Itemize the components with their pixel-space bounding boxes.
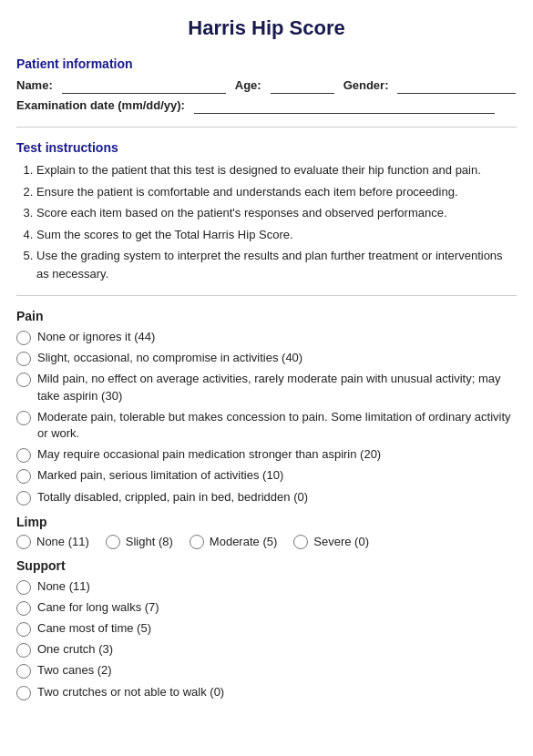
pain-option-6: Totally disabled, crippled, pain in bed,… bbox=[16, 489, 517, 506]
gender-label: Gender: bbox=[343, 78, 389, 92]
list-item: Explain to the patient that this test is… bbox=[36, 161, 517, 179]
support-label-3: One crutch (3) bbox=[37, 641, 113, 658]
gender-input[interactable] bbox=[397, 77, 516, 94]
pain-option-1: Slight, occasional, no compromise in act… bbox=[16, 350, 517, 366]
pain-section: Pain None or ignores it (44) Slight, occ… bbox=[16, 309, 517, 506]
support-radio-0[interactable] bbox=[16, 580, 31, 595]
test-instructions-section: Test instructions Explain to the patient… bbox=[16, 140, 517, 282]
limp-radio-0[interactable] bbox=[16, 535, 31, 549]
limp-label-0: None (11) bbox=[36, 535, 89, 548]
pain-label-0: None or ignores it (44) bbox=[37, 329, 155, 345]
age-label: Age: bbox=[235, 78, 261, 92]
divider-2 bbox=[16, 295, 517, 296]
pain-label-2: Mild pain, no effect on average activiti… bbox=[37, 371, 517, 404]
pain-radio-3[interactable] bbox=[16, 411, 31, 425]
support-radio-3[interactable] bbox=[16, 643, 31, 658]
support-option-2: Cane most of time (5) bbox=[16, 620, 517, 637]
date-input[interactable] bbox=[194, 97, 495, 114]
limp-radio-3[interactable] bbox=[293, 535, 308, 549]
limp-options-row: None (11) Slight (8) Moderate (5) Severe… bbox=[16, 535, 517, 549]
limp-option-1: Slight (8) bbox=[106, 535, 173, 549]
pain-radio-4[interactable] bbox=[16, 448, 31, 463]
support-option-4: Two canes (2) bbox=[16, 662, 517, 679]
patient-name-row: Name: Age: Gender: bbox=[16, 77, 517, 94]
pain-label-4: May require occasional pain medication s… bbox=[37, 446, 381, 463]
pain-option-0: None or ignores it (44) bbox=[16, 329, 517, 345]
limp-title: Limp bbox=[16, 515, 517, 529]
age-input[interactable] bbox=[271, 77, 334, 94]
support-option-3: One crutch (3) bbox=[16, 641, 517, 658]
limp-option-3: Severe (0) bbox=[293, 535, 369, 549]
support-option-0: None (11) bbox=[16, 578, 517, 595]
support-option-5: Two crutches or not able to walk (0) bbox=[16, 684, 517, 700]
limp-radio-1[interactable] bbox=[106, 535, 120, 549]
list-item: Sum the scores to get the Total Harris H… bbox=[36, 226, 517, 244]
support-option-1: Cane for long walks (7) bbox=[16, 599, 517, 616]
pain-radio-6[interactable] bbox=[16, 491, 31, 506]
limp-section: Limp None (11) Slight (8) Moderate (5) S… bbox=[16, 515, 517, 549]
divider-1 bbox=[16, 127, 517, 128]
pain-option-5: Marked pain, serious limitation of activ… bbox=[16, 467, 517, 484]
exam-date-row: Examination date (mm/dd/yy): bbox=[16, 97, 517, 114]
pain-label-3: Moderate pain, tolerable but makes conce… bbox=[37, 409, 517, 442]
test-instructions-title: Test instructions bbox=[16, 140, 517, 155]
support-radio-4[interactable] bbox=[16, 664, 31, 679]
list-item: Score each item based on the patient's r… bbox=[36, 204, 517, 222]
pain-radio-5[interactable] bbox=[16, 469, 31, 484]
support-section: Support None (11) Cane for long walks (7… bbox=[16, 558, 517, 700]
instructions-list: Explain to the patient that this test is… bbox=[16, 161, 517, 282]
list-item: Use the grading system to interpret the … bbox=[36, 247, 517, 282]
pain-option-2: Mild pain, no effect on average activiti… bbox=[16, 371, 517, 404]
limp-option-2: Moderate (5) bbox=[190, 535, 277, 549]
support-label-5: Two crutches or not able to walk (0) bbox=[37, 684, 224, 700]
support-title: Support bbox=[16, 558, 517, 573]
limp-label-1: Slight (8) bbox=[126, 535, 173, 548]
support-label-4: Two canes (2) bbox=[37, 662, 112, 679]
limp-option-0: None (11) bbox=[16, 535, 89, 549]
pain-radio-2[interactable] bbox=[16, 373, 31, 387]
limp-label-3: Severe (0) bbox=[313, 535, 369, 548]
pain-label-1: Slight, occasional, no compromise in act… bbox=[37, 350, 302, 366]
pain-radio-0[interactable] bbox=[16, 331, 31, 345]
support-radio-1[interactable] bbox=[16, 601, 31, 616]
pain-option-4: May require occasional pain medication s… bbox=[16, 446, 517, 463]
support-radio-2[interactable] bbox=[16, 622, 31, 637]
pain-label-5: Marked pain, serious limitation of activ… bbox=[37, 467, 283, 484]
limp-label-2: Moderate (5) bbox=[210, 535, 277, 548]
pain-label-6: Totally disabled, crippled, pain in bed,… bbox=[37, 489, 308, 506]
name-label: Name: bbox=[16, 78, 53, 92]
support-label-1: Cane for long walks (7) bbox=[37, 599, 159, 616]
pain-option-3: Moderate pain, tolerable but makes conce… bbox=[16, 409, 517, 442]
name-input[interactable] bbox=[62, 77, 226, 94]
limp-radio-2[interactable] bbox=[190, 535, 204, 549]
list-item: Ensure the patient is comfortable and un… bbox=[36, 183, 517, 201]
pain-title: Pain bbox=[16, 309, 517, 323]
date-label: Examination date (mm/dd/yy): bbox=[16, 98, 185, 112]
support-label-0: None (11) bbox=[37, 578, 90, 595]
page-title: Harris Hip Score bbox=[16, 16, 517, 40]
patient-information-section: Patient information Name: Age: Gender: E… bbox=[16, 56, 517, 114]
support-radio-5[interactable] bbox=[16, 686, 31, 700]
support-label-2: Cane most of time (5) bbox=[37, 620, 151, 637]
patient-info-title: Patient information bbox=[16, 56, 517, 71]
pain-radio-1[interactable] bbox=[16, 352, 31, 366]
